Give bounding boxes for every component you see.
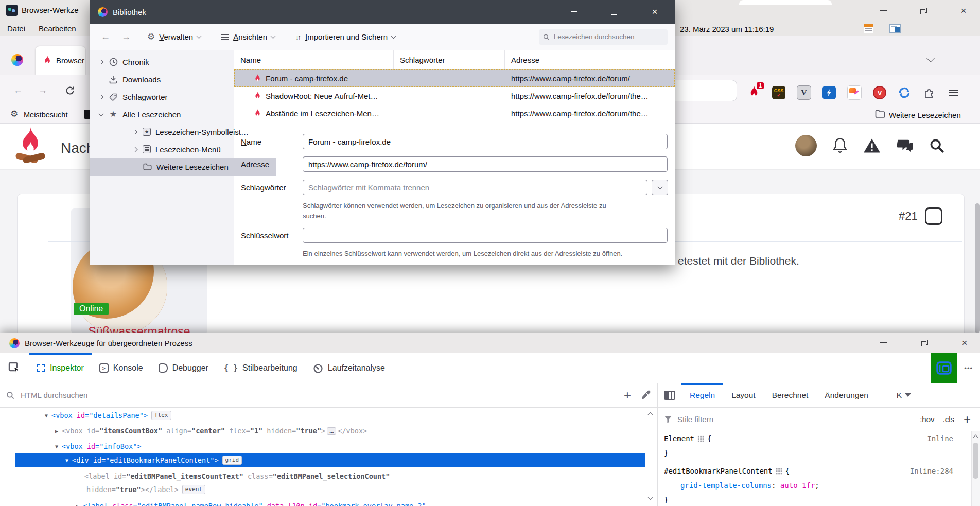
add-rule-button[interactable]: + xyxy=(960,412,974,427)
sidebar-item-chronik[interactable]: Chronik xyxy=(90,53,242,71)
bookmark-row[interactable]: ShadowRoot: Neue Aufruf-Met… https://www… xyxy=(234,87,675,104)
library-close-button[interactable]: × xyxy=(646,4,663,20)
restore-button[interactable] xyxy=(915,3,932,19)
nav-forward-icon[interactable]: → xyxy=(34,85,51,96)
sidebar-item-alle-lesezeichen[interactable]: ★ Alle Lesezeichen xyxy=(90,106,242,123)
menu-bearbeiten[interactable]: Bearbeiten xyxy=(39,24,76,33)
ext-flame-icon[interactable]: 1 xyxy=(747,86,761,99)
bookmark-meistbesucht[interactable]: Meistbesucht xyxy=(24,111,67,119)
rule-source-link[interactable]: Inline:284 xyxy=(910,467,953,475)
tab-aenderungen[interactable]: Änderungen xyxy=(816,383,876,407)
twisty-closed-icon[interactable]: ▶ xyxy=(55,428,58,434)
event-badge[interactable]: event xyxy=(182,485,205,494)
eyedropper-icon[interactable] xyxy=(641,390,651,400)
tab-stilbearbeitung[interactable]: { } Stilbearbeitung xyxy=(216,353,305,383)
ext-screenshot-icon[interactable] xyxy=(847,85,862,100)
extensions-puzzle-icon[interactable] xyxy=(922,86,936,99)
twisty-icon[interactable] xyxy=(132,147,137,152)
nav-back-icon[interactable]: ← xyxy=(9,85,27,96)
search-icon[interactable] xyxy=(929,138,944,153)
collapsed-ellipsis[interactable]: … xyxy=(327,427,336,435)
adresse-field[interactable] xyxy=(303,156,668,172)
ext-bolt-icon[interactable] xyxy=(822,86,836,99)
bell-icon[interactable] xyxy=(832,137,848,154)
campfire-logo[interactable] xyxy=(13,127,47,165)
scrollbar-thumb[interactable] xyxy=(973,443,978,479)
rule-source-link[interactable]: Inline xyxy=(927,434,953,443)
bookmark-row[interactable]: Forum - camp-firefox.de https://www.camp… xyxy=(234,69,675,87)
importieren-button[interactable]: ↓↑ Importieren und Sichern xyxy=(291,29,399,44)
schlagwoerter-field[interactable] xyxy=(303,180,647,195)
twisty-open-icon[interactable]: ▼ xyxy=(55,444,58,449)
tree-line[interactable]: <label id="editBMPanel_itemsCountText" c… xyxy=(0,469,645,483)
all-tabs-chevron[interactable] xyxy=(905,383,915,407)
tree-line[interactable]: ▶<label class="editBMPanel_nameRow hidea… xyxy=(0,498,645,506)
html-search-input[interactable] xyxy=(20,390,614,400)
pseudo-class-toggle[interactable]: :hov xyxy=(918,414,936,425)
page-scrollbar[interactable] xyxy=(975,203,980,333)
reload-icon[interactable] xyxy=(65,85,75,96)
column-tags[interactable]: Schlagwörter xyxy=(394,50,505,69)
twisty-icon[interactable] xyxy=(98,59,103,64)
sidebar-item-downloads[interactable]: Downloads xyxy=(90,71,242,88)
ext-v-icon[interactable]: V xyxy=(797,85,811,100)
bookmark-row[interactable]: Abstände im Lesezeichen-Men… https://www… xyxy=(234,104,675,122)
schluesselwort-field[interactable] xyxy=(303,228,668,243)
tree-line[interactable]: hidden="true"></label>event xyxy=(0,483,645,496)
firefox-pinned-tab-icon[interactable] xyxy=(11,54,23,66)
warning-icon[interactable] xyxy=(863,138,881,153)
twisty-open-icon[interactable]: ▼ xyxy=(65,458,68,463)
tags-dropdown-button[interactable] xyxy=(652,180,668,195)
tab-debugger[interactable]: Debugger xyxy=(151,353,216,383)
devtools-close-button[interactable]: × xyxy=(956,335,973,351)
post-select-checkbox[interactable] xyxy=(925,207,942,225)
ext-vivaldi-icon[interactable]: V xyxy=(873,86,886,99)
rule-selector-line[interactable]: Element{ Inline xyxy=(658,431,972,446)
devtools-minimize-button[interactable] xyxy=(875,335,891,351)
twisty-icon[interactable] xyxy=(98,94,103,99)
scroll-up-icon[interactable] xyxy=(648,412,653,417)
column-address[interactable]: Adresse xyxy=(505,50,675,69)
tab-berechnet[interactable]: Berechnet xyxy=(764,383,817,407)
library-search-box[interactable] xyxy=(539,29,668,45)
library-back-icon[interactable]: ← xyxy=(97,31,114,42)
name-field[interactable] xyxy=(303,134,668,149)
grid-badge[interactable]: grid xyxy=(222,456,242,465)
window-panel-icon[interactable] xyxy=(889,24,901,33)
sidebar-item-schlagwoerter[interactable]: Schlagwörter xyxy=(90,88,242,106)
library-forward-icon[interactable]: → xyxy=(117,31,135,42)
tab-konsole[interactable]: > Konsole xyxy=(92,353,151,383)
tab-inspektor[interactable]: Inspektor xyxy=(29,353,92,383)
twisty-icon[interactable] xyxy=(132,129,137,134)
tab-layout[interactable]: Layout xyxy=(723,383,764,407)
tab-laufzeitanalyse[interactable]: Laufzeitanalyse xyxy=(305,353,393,383)
urlbar-end[interactable] xyxy=(672,80,737,101)
post-number[interactable]: #21 xyxy=(899,210,918,223)
library-maximize-button[interactable] xyxy=(606,4,622,20)
flex-badge[interactable]: flex xyxy=(151,411,171,420)
element-picker-button[interactable] xyxy=(0,353,29,383)
close-button[interactable]: × xyxy=(955,3,972,19)
tree-line[interactable]: ▼<vbox id="detailsPane">flex xyxy=(0,408,645,423)
rules-scrollbar[interactable] xyxy=(971,431,980,506)
twisty-icon[interactable] xyxy=(98,111,103,116)
devtools-restore-button[interactable] xyxy=(916,335,933,351)
hamburger-menu-icon[interactable] xyxy=(947,86,960,99)
header-avatar[interactable] xyxy=(795,135,817,156)
tree-line[interactable]: ▶<vbox id="itemsCountBox" align="center"… xyxy=(0,423,645,439)
active-tab[interactable]: Browser xyxy=(36,46,85,75)
tab-regeln[interactable]: Regeln xyxy=(681,383,723,407)
bookmark-weitere-lesezeichen[interactable]: Weitere Lesezeichen xyxy=(889,111,961,119)
tree-line[interactable]: ▼<vbox id="infoBox"> xyxy=(0,439,645,454)
calendar-widget-icon[interactable] xyxy=(864,24,873,33)
minimize-button[interactable] xyxy=(875,3,891,19)
column-name[interactable]: Name xyxy=(234,50,394,69)
tab-overflow-fragment[interactable]: K xyxy=(891,383,905,407)
rule-declaration[interactable]: grid-template-columns: auto 1fr; xyxy=(658,478,972,493)
responsive-design-mode-button[interactable] xyxy=(931,353,957,383)
scroll-down-icon[interactable] xyxy=(648,495,653,500)
add-node-button[interactable]: + xyxy=(619,388,636,403)
library-minimize-button[interactable] xyxy=(566,4,583,20)
ext-sync-icon[interactable] xyxy=(898,86,911,99)
library-search-input[interactable] xyxy=(553,32,663,41)
